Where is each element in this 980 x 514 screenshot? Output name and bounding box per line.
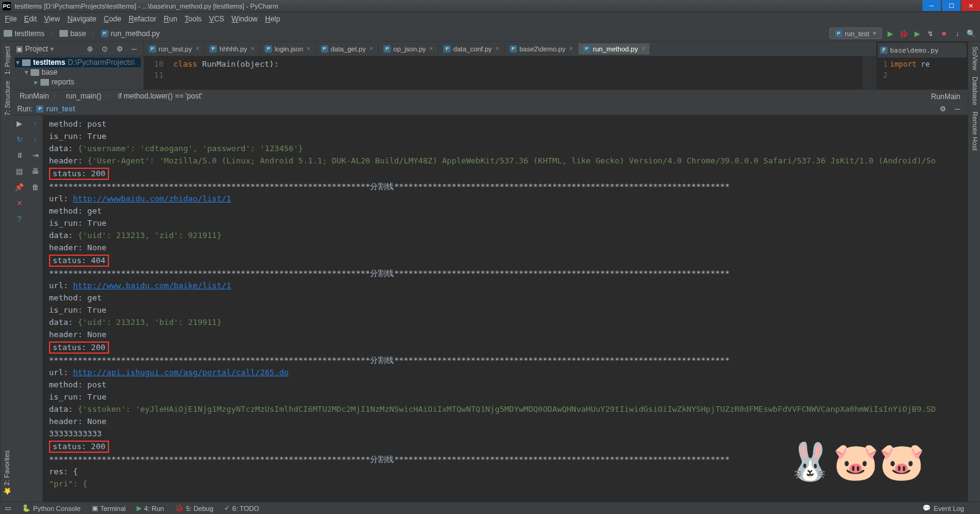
editor-tab[interactable]: Pbase2\demo.py×: [505, 43, 578, 54]
hide-panel-button[interactable]: ─: [952, 103, 963, 114]
statusbar-item[interactable]: 🐍 Python Console: [22, 504, 81, 512]
window-maximize-button[interactable]: ☐: [942, 0, 960, 11]
run-button[interactable]: ▶: [884, 28, 895, 39]
editor-tab-label[interactable]: base\demo.py: [890, 47, 938, 54]
folder-icon: [40, 79, 49, 86]
editor-tab[interactable]: Pdata_get.py×: [316, 43, 379, 54]
menu-item[interactable]: Help: [265, 15, 281, 23]
url-link[interactable]: http://wwwbaidu.com/zhidao/list/1: [73, 194, 231, 203]
clear-all-button[interactable]: 🗑: [30, 182, 41, 193]
soft-wrap-button[interactable]: ⇥: [30, 150, 41, 161]
print-button[interactable]: 🖶: [30, 166, 41, 177]
code-area[interactable]: import re: [890, 58, 930, 81]
close-icon[interactable]: ×: [251, 45, 255, 52]
menu-item[interactable]: VCS: [209, 15, 224, 23]
remote-host-tab[interactable]: Remote Host: [970, 111, 979, 151]
editor-tab[interactable]: Prun_method.py×: [578, 43, 650, 54]
statusbar-item[interactable]: ✓ 6: TODO: [224, 504, 259, 512]
editor-tab[interactable]: Plogin.json×: [260, 43, 315, 54]
hide-panel-button[interactable]: ─: [129, 43, 140, 54]
stop-button[interactable]: ↻: [14, 134, 25, 145]
window-controls: ─ ☐ ✕: [922, 0, 980, 11]
editor-minimap[interactable]: [862, 56, 876, 89]
breadcrumb-folder[interactable]: testItems: [4, 29, 45, 38]
scroll-down-button[interactable]: ↓: [30, 134, 41, 145]
window-close-button[interactable]: ✕: [962, 0, 980, 11]
close-icon[interactable]: ×: [369, 45, 373, 52]
python-file-icon: P: [265, 45, 272, 53]
favorites-tab[interactable]: ⭐ 2: Favorites: [0, 448, 13, 498]
console-output[interactable]: method: postis_run: Truedata: {'username…: [43, 116, 968, 502]
run-panel-header: Run: P run_test ─: [12, 103, 968, 115]
statusbar-item[interactable]: ▶ 4: Run: [137, 504, 164, 512]
breadcrumb-file[interactable]: Prun_method.py: [101, 29, 160, 38]
close-icon[interactable]: ×: [307, 45, 311, 52]
vcs-update-button[interactable]: ↓: [952, 28, 963, 39]
url-link[interactable]: http://api.ishugui.com/asg/portal/call/2…: [73, 368, 288, 377]
menu-item[interactable]: Code: [104, 15, 121, 23]
run-coverage-button[interactable]: ▶: [911, 28, 922, 39]
structure-tab[interactable]: 7: Structure: [2, 81, 11, 116]
menu-item[interactable]: Navigate: [67, 15, 96, 23]
python-file-icon: P: [383, 45, 391, 53]
folder-icon: [59, 30, 68, 37]
python-file-icon: P: [510, 45, 517, 53]
tree-item-label: testItems: [33, 58, 66, 67]
event-log-button[interactable]: 💬 Event Log: [922, 504, 964, 512]
stop-button[interactable]: ■: [938, 28, 949, 39]
debug-button[interactable]: 🐞: [898, 28, 909, 39]
search-everywhere-button[interactable]: 🔍: [965, 28, 976, 39]
editor-tab[interactable]: Pdata_conf.py×: [439, 43, 505, 54]
run-config-selector[interactable]: P run_test ▾: [829, 28, 882, 39]
sciview-tab[interactable]: SciView: [970, 47, 979, 70]
breadcrumb-item[interactable]: RunMain: [20, 92, 49, 100]
tree-folder[interactable]: ▸ reports: [15, 77, 141, 87]
breadcrumb-item[interactable]: if method.lower() == 'post': [118, 92, 202, 100]
menu-item[interactable]: View: [44, 15, 60, 23]
editor-tab[interactable]: Prun_test.py×: [144, 43, 205, 54]
project-tab[interactable]: 1: Project: [2, 47, 11, 75]
attach-button[interactable]: ↯: [925, 28, 936, 39]
close-icon[interactable]: ×: [195, 45, 199, 52]
gear-icon[interactable]: [937, 103, 948, 114]
chevron-down-icon[interactable]: ▾: [50, 45, 54, 53]
rerun-button[interactable]: ▶: [14, 118, 25, 129]
url-link[interactable]: http://www.baidu.com/baike/list/1: [73, 281, 231, 290]
scroll-up-button[interactable]: ↑: [30, 118, 41, 129]
menu-item[interactable]: Window: [232, 15, 258, 23]
gear-icon[interactable]: [114, 43, 125, 54]
close-icon[interactable]: ×: [496, 45, 499, 52]
editor-tab[interactable]: Pop_json.py×: [379, 43, 439, 54]
menu-item[interactable]: File: [5, 15, 17, 23]
breadcrumb-folder[interactable]: base: [59, 29, 86, 38]
show-tool-windows-button[interactable]: ▭: [5, 504, 11, 512]
tree-root[interactable]: ▾ testItems D:\PycharmProjects\: [15, 58, 141, 67]
menu-item[interactable]: Run: [164, 15, 177, 23]
database-tab[interactable]: Database: [970, 76, 979, 105]
breadcrumb-sep: [89, 28, 101, 39]
window-minimize-button[interactable]: ─: [922, 0, 941, 11]
pin-button[interactable]: 📌: [14, 182, 25, 193]
menu-item[interactable]: Refactor: [129, 15, 156, 23]
collapse-all-button[interactable]: ⊕: [85, 43, 96, 54]
python-file-icon: P: [321, 45, 328, 53]
close-icon[interactable]: ✕: [14, 198, 25, 209]
select-opened-button[interactable]: ⊙: [99, 43, 110, 54]
tree-folder[interactable]: ▾ base: [15, 67, 141, 77]
close-icon[interactable]: ×: [641, 45, 645, 52]
code-area[interactable]: class RunMain(object):: [168, 56, 862, 89]
editor-tab[interactable]: Phhhhh.py×: [205, 43, 260, 54]
help-button[interactable]: ?: [14, 214, 25, 225]
breadcrumb-right[interactable]: RunMain: [931, 92, 960, 101]
breadcrumb-item[interactable]: run_main(): [66, 92, 101, 100]
breadcrumb-label: run_method.py: [111, 29, 160, 38]
pause-button[interactable]: ⏸: [14, 150, 25, 161]
statusbar-item[interactable]: ▣ Terminal: [92, 504, 126, 512]
menu-item[interactable]: Edit: [24, 15, 37, 23]
statusbar-item[interactable]: 🐞 5: Debug: [175, 504, 214, 512]
menubar: FileEditViewNavigateCodeRefactorRunTools…: [0, 12, 980, 26]
menu-item[interactable]: Tools: [184, 15, 202, 23]
close-icon[interactable]: ×: [429, 45, 433, 52]
layout-button[interactable]: ▤: [14, 166, 25, 177]
close-icon[interactable]: ×: [569, 45, 573, 52]
